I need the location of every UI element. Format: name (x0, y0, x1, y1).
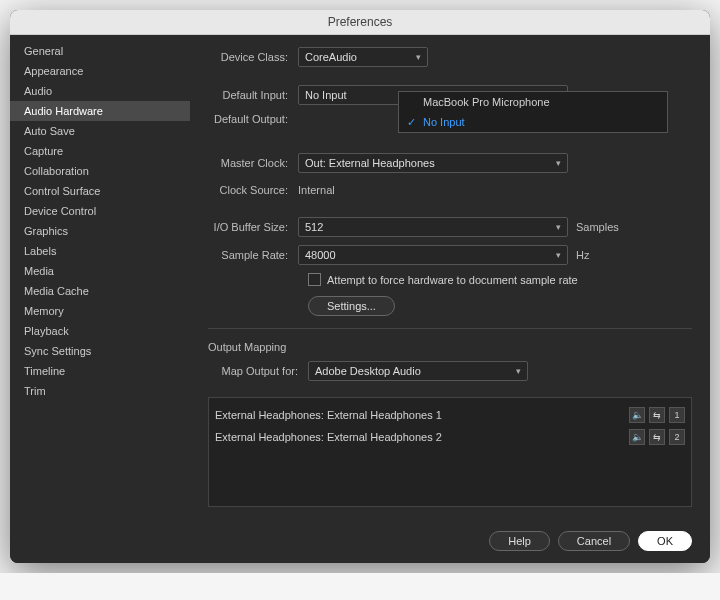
sample-rate-label: Sample Rate: (208, 249, 298, 261)
mapping-box: External Headphones: External Headphones… (208, 397, 692, 507)
titlebar: Preferences (10, 10, 710, 35)
map-output-select[interactable]: Adobe Desktop Audio ▾ (308, 361, 528, 381)
chevron-down-icon: ▾ (556, 250, 561, 260)
ok-button[interactable]: OK (638, 531, 692, 551)
io-buffer-label: I/O Buffer Size: (208, 221, 298, 233)
sidebar: General Appearance Audio Audio Hardware … (10, 35, 190, 519)
mapping-row-label: External Headphones: External Headphones… (215, 409, 442, 421)
sidebar-item-audio-hardware[interactable]: Audio Hardware (10, 101, 190, 121)
sidebar-item-memory[interactable]: Memory (10, 301, 190, 321)
check-icon: ✓ (407, 116, 416, 129)
device-class-label: Device Class: (208, 51, 298, 63)
clock-source-value: Internal (298, 181, 335, 199)
sidebar-item-collaboration[interactable]: Collaboration (10, 161, 190, 181)
clock-source-label: Clock Source: (208, 184, 298, 196)
divider (208, 328, 692, 329)
force-hardware-checkbox[interactable] (308, 273, 321, 286)
sidebar-item-labels[interactable]: Labels (10, 241, 190, 261)
sidebar-item-graphics[interactable]: Graphics (10, 221, 190, 241)
route-icon[interactable]: ⇆ (649, 407, 665, 423)
preferences-window: Preferences General Appearance Audio Aud… (10, 10, 710, 563)
mapping-row: External Headphones: External Headphones… (213, 404, 687, 426)
sidebar-item-trim[interactable]: Trim (10, 381, 190, 401)
chevron-down-icon: ▾ (416, 52, 421, 62)
sidebar-item-device-control[interactable]: Device Control (10, 201, 190, 221)
default-input-label: Default Input: (208, 89, 298, 101)
force-hardware-label: Attempt to force hardware to document sa… (327, 274, 578, 286)
sidebar-item-capture[interactable]: Capture (10, 141, 190, 161)
mapping-row: External Headphones: External Headphones… (213, 426, 687, 448)
sidebar-item-media[interactable]: Media (10, 261, 190, 281)
cancel-button[interactable]: Cancel (558, 531, 630, 551)
chevron-down-icon: ▾ (556, 222, 561, 232)
dropdown-item-no-input[interactable]: ✓ No Input (399, 112, 667, 132)
footer: Help Cancel OK (10, 519, 710, 563)
help-button[interactable]: Help (489, 531, 550, 551)
speaker-icon[interactable]: 🔈 (629, 429, 645, 445)
sample-rate-select[interactable]: 48000 ▾ (298, 245, 568, 265)
sidebar-item-timeline[interactable]: Timeline (10, 361, 190, 381)
window-title: Preferences (328, 15, 393, 29)
sidebar-item-appearance[interactable]: Appearance (10, 61, 190, 81)
settings-button[interactable]: Settings... (308, 296, 395, 316)
sidebar-item-audio[interactable]: Audio (10, 81, 190, 101)
master-clock-label: Master Clock: (208, 157, 298, 169)
dropdown-item-macbook-microphone[interactable]: MacBook Pro Microphone (399, 92, 667, 112)
io-buffer-select[interactable]: 512 ▾ (298, 217, 568, 237)
sidebar-item-sync-settings[interactable]: Sync Settings (10, 341, 190, 361)
sidebar-item-media-cache[interactable]: Media Cache (10, 281, 190, 301)
map-output-label: Map Output for: (208, 365, 308, 377)
io-buffer-unit: Samples (576, 221, 619, 233)
default-output-label: Default Output: (208, 113, 298, 125)
sidebar-item-general[interactable]: General (10, 41, 190, 61)
sidebar-item-auto-save[interactable]: Auto Save (10, 121, 190, 141)
mapping-row-label: External Headphones: External Headphones… (215, 431, 442, 443)
default-input-dropdown: MacBook Pro Microphone ✓ No Input (398, 91, 668, 133)
channel-badge: 2 (669, 429, 685, 445)
channel-badge: 1 (669, 407, 685, 423)
sidebar-item-control-surface[interactable]: Control Surface (10, 181, 190, 201)
master-clock-select[interactable]: Out: External Headphones ▾ (298, 153, 568, 173)
output-mapping-title: Output Mapping (208, 341, 692, 353)
sample-rate-unit: Hz (576, 249, 589, 261)
window-body: General Appearance Audio Audio Hardware … (10, 35, 710, 519)
route-icon[interactable]: ⇆ (649, 429, 665, 445)
device-class-select[interactable]: CoreAudio ▾ (298, 47, 428, 67)
panel: Device Class: CoreAudio ▾ Default Input:… (190, 35, 710, 519)
chevron-down-icon: ▾ (556, 158, 561, 168)
speaker-icon[interactable]: 🔈 (629, 407, 645, 423)
chevron-down-icon: ▾ (516, 366, 521, 376)
sidebar-item-playback[interactable]: Playback (10, 321, 190, 341)
